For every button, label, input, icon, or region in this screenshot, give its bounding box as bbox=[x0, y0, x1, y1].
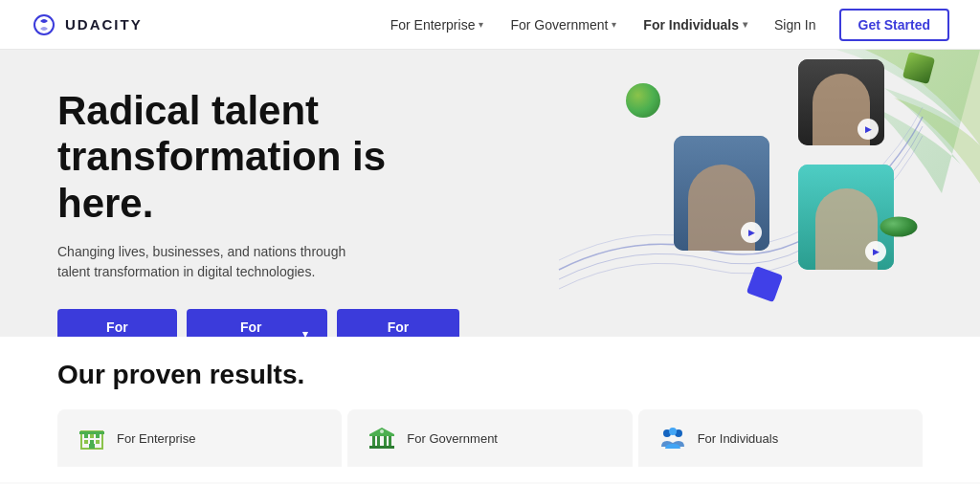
hero-enterprise-button[interactable]: For Enterprise bbox=[57, 309, 177, 337]
get-started-button[interactable]: Get Started bbox=[839, 9, 949, 41]
svg-rect-2 bbox=[90, 434, 94, 438]
svg-rect-6 bbox=[96, 440, 100, 444]
tab-enterprise-label: For Enterprise bbox=[117, 431, 195, 446]
nav-government[interactable]: For Government ▾ bbox=[499, 11, 628, 38]
decorative-green-ball bbox=[626, 83, 660, 118]
hero-visual: ▶ ▶ ▶ bbox=[501, 50, 980, 337]
results-title: Our proven results. bbox=[57, 360, 923, 390]
svg-rect-8 bbox=[79, 431, 104, 434]
header: UDACITY For Enterprise ▾ For Government … bbox=[0, 0, 980, 50]
chevron-down-icon: ▾ bbox=[479, 19, 483, 30]
tab-government-label: For Government bbox=[407, 431, 498, 446]
hero-title: Radical talent transformation is here. bbox=[57, 88, 459, 227]
main-nav: For Enterprise ▾ For Government ▾ For In… bbox=[379, 9, 949, 41]
hero-text-block: Radical talent transformation is here. C… bbox=[57, 88, 459, 337]
svg-rect-12 bbox=[384, 436, 387, 446]
svg-point-15 bbox=[380, 429, 384, 433]
play-button-1[interactable]: ▶ bbox=[741, 222, 762, 243]
government-icon bbox=[367, 423, 397, 453]
play-button-2[interactable]: ▶ bbox=[858, 119, 879, 140]
svg-rect-14 bbox=[369, 446, 394, 449]
svg-rect-11 bbox=[377, 436, 380, 446]
hero-government-button[interactable]: For Government ▾ bbox=[187, 309, 327, 337]
logo[interactable]: UDACITY bbox=[31, 11, 143, 38]
svg-rect-3 bbox=[96, 434, 100, 438]
chevron-down-icon: ▾ bbox=[302, 328, 308, 337]
svg-rect-13 bbox=[389, 436, 391, 446]
nav-enterprise[interactable]: For Enterprise ▾ bbox=[379, 11, 496, 38]
svg-rect-1 bbox=[84, 434, 88, 438]
play-button-3[interactable]: ▶ bbox=[865, 241, 886, 262]
logo-text: UDACITY bbox=[65, 16, 143, 33]
hero-individuals-button[interactable]: For Individuals bbox=[337, 309, 459, 337]
tab-enterprise[interactable]: For Enterprise bbox=[57, 409, 342, 467]
svg-rect-4 bbox=[84, 440, 88, 444]
hero-subtitle: Changing lives, businesses, and nations … bbox=[57, 242, 354, 282]
people-icon bbox=[657, 423, 688, 453]
svg-point-18 bbox=[669, 428, 677, 435]
svg-rect-7 bbox=[89, 444, 95, 449]
chevron-down-icon: ▾ bbox=[743, 19, 747, 30]
hero-photo-card-2: ▶ bbox=[798, 59, 884, 145]
chevron-down-icon: ▾ bbox=[612, 19, 616, 30]
hero-photo-card-1: ▶ bbox=[674, 136, 769, 251]
signin-link[interactable]: Sign In bbox=[763, 11, 828, 38]
decorative-dark-ball bbox=[880, 217, 918, 237]
nav-individuals[interactable]: For Individuals ▾ bbox=[632, 11, 759, 38]
tab-individuals-label: For Individuals bbox=[698, 431, 779, 446]
building-icon bbox=[77, 423, 107, 453]
svg-rect-5 bbox=[90, 440, 94, 444]
tab-government[interactable]: For Government bbox=[347, 409, 632, 467]
svg-rect-10 bbox=[372, 436, 375, 446]
hero-photo-card-3: ▶ bbox=[798, 165, 894, 270]
results-section: Our proven results. For Enterprise bbox=[0, 337, 980, 482]
results-tabs: For Enterprise For Government bbox=[57, 409, 923, 467]
hero-buttons: For Enterprise For Government ▾ For Indi… bbox=[57, 309, 459, 337]
hero-section: Radical talent transformation is here. C… bbox=[0, 50, 980, 337]
tab-individuals[interactable]: For Individuals bbox=[638, 409, 923, 467]
